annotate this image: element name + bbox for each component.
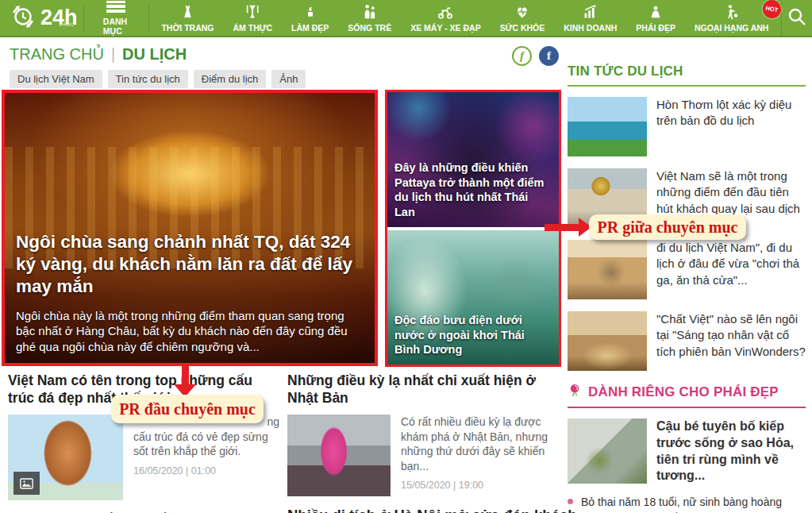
- bullet-icon: [568, 499, 573, 504]
- sidebar-bullet-item[interactable]: Bỏ thai năm 18 tuổi, nữ sinh bàng hoàng …: [568, 495, 806, 513]
- sidebar-news-item[interactable]: Hòn Thơm lột xác kỳ diệu trên bản đồ du …: [568, 97, 806, 156]
- sidebar-news-item[interactable]: đi du lịch Việt Nam", đi du lịch ở đâu đ…: [568, 240, 806, 299]
- sidebar-news-item[interactable]: "Chất Việt" nào sẽ lên ngôi tại "Sáng tạ…: [568, 311, 806, 371]
- article-title[interactable]: Những điều kỳ lạ nhất chỉ xuất hiện ở Nh…: [287, 372, 556, 407]
- secondary-article-title[interactable]: Độc đáo bưu điện dưới nước ở ngoài khơi …: [394, 313, 552, 357]
- bottom-article-left: Việt Nam có tên trong top những cấu trúc…: [8, 372, 279, 513]
- sidebar-women-title[interactable]: Cậu bé tuyên bố kiếp trước sống ở sao Hỏ…: [656, 418, 806, 484]
- nav-item-song-tre[interactable]: SỐNG TRẺ: [338, 0, 401, 36]
- article-thumbnail[interactable]: [568, 311, 647, 371]
- annotation-arrow-down: [174, 366, 196, 397]
- search-icon: [787, 6, 807, 30]
- article-summary: cấu trúc đá có vẻ đẹp sửng sốt trên khắp…: [133, 430, 279, 459]
- tab-anh[interactable]: Ảnh: [271, 70, 306, 88]
- article-date: 15/05/2020 | 19:00: [401, 479, 556, 492]
- clock-logo-icon: [10, 3, 37, 33]
- logo-subtext: 24Gio: [60, 21, 75, 27]
- article-info: Có rất nhiều điều kỳ lạ được khám phá ở …: [401, 415, 556, 496]
- dress-icon: [181, 4, 194, 20]
- sidebar-news-title[interactable]: đi du lịch Việt Nam", đi du lịch ở đâu đ…: [656, 240, 806, 299]
- featured-article-card[interactable]: Ngôi chùa sang chảnh nhất TQ, dát 324 ký…: [2, 90, 378, 366]
- secondary-article-post-office[interactable]: Độc đáo bưu điện dưới nước ở ngoài khơi …: [387, 230, 559, 365]
- page: 24h 24Gio DANH MỤC THỜI TRANG ẨM THỰC: [0, 0, 812, 513]
- article-thumbnail[interactable]: [568, 240, 647, 299]
- article-date: 16/05/2020 | 01:00: [133, 465, 279, 478]
- annotation-arrow-right: [545, 218, 591, 237]
- bottom-article-middle: Những điều kỳ lạ nhất chỉ xuất hiện ở Nh…: [287, 372, 556, 513]
- search-button[interactable]: [781, 0, 812, 36]
- football-icon: [724, 4, 740, 20]
- article-summary: Có rất nhiều điều kỳ lạ được khám phá ở …: [401, 415, 556, 473]
- nav-item-thoi-trang[interactable]: THỜI TRANG: [152, 0, 223, 36]
- sidebar-news-title[interactable]: Hòn Thơm lột xác kỳ diệu trên bản đồ du …: [656, 97, 806, 156]
- article-thumbnail[interactable]: [8, 415, 123, 500]
- nav-item-kinh-doanh[interactable]: KINH DOANH: [554, 0, 626, 36]
- nav-item-lam-dep[interactable]: LÀM ĐẸP: [282, 0, 338, 36]
- chart-icon: [583, 4, 598, 20]
- featured-article-title[interactable]: Ngôi chùa sang chảnh nhất TQ, dát 324 ký…: [16, 231, 364, 298]
- secondary-article-pattaya[interactable]: Đây là những điều khiến Pattaya trở thàn…: [387, 92, 559, 227]
- article-title[interactable]: Nhiều di tích ở Hà Nội mở cửa đón khách: [287, 507, 556, 513]
- tab-tin-tuc-du-lich[interactable]: Tin tức du lịch: [108, 70, 188, 88]
- tab-diem-du-lich[interactable]: Điểm du lịch: [194, 70, 267, 88]
- tab-du-lich-viet-nam[interactable]: Du lịch Việt Nam: [10, 70, 102, 88]
- breadcrumb: TRANG CHỦ | DU LỊCH: [10, 45, 187, 64]
- menu-button[interactable]: DANH MỤC: [84, 0, 148, 36]
- annotation-pr-middle-label: PR giữa chuyên mục: [589, 214, 746, 240]
- drink-icon: [245, 4, 260, 20]
- photo-gallery-icon: [13, 472, 40, 495]
- hamburger-icon: [106, 1, 125, 13]
- sidebar-women-heading: DÀNH RIÊNG CHO PHÁI ĐẸP: [568, 383, 806, 408]
- rose-icon: [568, 383, 582, 401]
- sidebar-news-title[interactable]: "Chất Việt" nào sẽ lên ngôi tại "Sáng tạ…: [656, 311, 806, 371]
- sidebar-bullet-title[interactable]: Bỏ thai năm 18 tuổi, nữ sinh bàng hoàng …: [581, 495, 806, 513]
- nav-item-suc-khoe[interactable]: SỨC KHỎE: [491, 0, 555, 36]
- sidebar-women-item[interactable]: Cậu bé tuyên bố kiếp trước sống ở sao Hỏ…: [568, 418, 806, 484]
- heart-pulse-icon: [514, 4, 530, 20]
- article-info: ng cấu trúc đá có vẻ đẹp sửng sốt trên k…: [133, 415, 279, 500]
- subcategory-tabs: Du lịch Việt Nam Tin tức du lịch Điểm du…: [10, 70, 306, 88]
- nav-item-phai-dep[interactable]: PHÁI ĐẸP: [626, 0, 685, 36]
- lipstick-icon: [305, 4, 316, 20]
- nav-item-xe-may-xe-dap[interactable]: XE MÁY - XE ĐẠP: [401, 0, 491, 36]
- article-thumbnail[interactable]: [568, 97, 647, 156]
- hot-badge: HOT: [762, 0, 783, 20]
- breadcrumb-current: DU LỊCH: [122, 45, 187, 64]
- article-thumbnail[interactable]: [568, 418, 647, 484]
- featured-article-text: Ngôi chùa sang chảnh nhất TQ, dát 324 ký…: [16, 231, 364, 355]
- breadcrumb-home[interactable]: TRANG CHỦ: [10, 45, 104, 64]
- sidebar: TIN TỨC DU LỊCH Hòn Thơm lột xác kỳ diệu…: [568, 64, 806, 513]
- secondary-article-title[interactable]: Đây là những điều khiến Pattaya trở thàn…: [394, 160, 552, 219]
- nav-item-ngoai-hang-anh[interactable]: HOT NGOẠI HẠNG ANH: [685, 0, 779, 36]
- motorbike-icon: [436, 4, 455, 20]
- family-icon: [362, 4, 378, 20]
- secondary-articles-box: Đây là những điều khiến Pattaya trở thàn…: [385, 90, 561, 367]
- nav-item-am-thuc[interactable]: ẨM THỰC: [224, 0, 283, 36]
- facebook-icon[interactable]: f: [539, 46, 559, 66]
- site-logo[interactable]: 24h 24Gio: [0, 0, 83, 36]
- sidebar-news-heading: TIN TỨC DU LỊCH: [568, 64, 806, 87]
- top-navigation-bar: 24h 24Gio DANH MỤC THỜI TRANG ẨM THỰC: [0, 0, 812, 37]
- follow-circle-icon[interactable]: f: [512, 46, 532, 66]
- breadcrumb-separator: |: [111, 45, 115, 64]
- main-nav: THỜI TRANG ẨM THỰC LÀM ĐẸP SỐNG TRẺ: [148, 0, 781, 36]
- social-icons: f f: [512, 46, 559, 66]
- annotation-pr-top-label: PR đầu chuyên mục: [111, 395, 264, 423]
- woman-icon: [648, 4, 663, 20]
- article-thumbnail[interactable]: [287, 415, 391, 496]
- featured-article-summary: Ngôi chùa này là một trong những điểm th…: [16, 308, 364, 355]
